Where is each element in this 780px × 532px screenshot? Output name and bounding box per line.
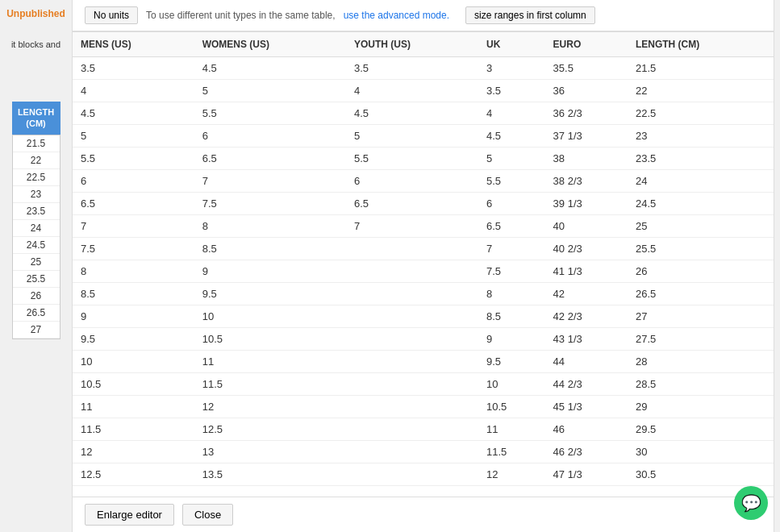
table-cell: 5 <box>346 125 478 148</box>
chat-bubble-button[interactable]: 💬 <box>734 486 768 520</box>
chat-icon: 💬 <box>741 493 761 513</box>
table-row: 5654.537 1/323 <box>73 125 774 148</box>
table-cell: 7.5 <box>194 193 346 215</box>
table-cell <box>346 283 478 305</box>
table-cell: 10.5 <box>194 328 346 351</box>
table-cell: 4.5 <box>346 102 478 125</box>
right-border <box>774 0 780 532</box>
table-cell: 43 1/3 <box>545 328 628 351</box>
table-cell: 38 2/3 <box>545 170 628 193</box>
table-column-header: YOUTH (US) <box>346 32 478 57</box>
table-column-header: UK <box>478 32 545 57</box>
table-cell: 7.5 <box>73 238 194 260</box>
no-units-button[interactable]: No units <box>85 6 138 24</box>
table-column-header: EURO <box>545 32 628 57</box>
table-row: 111210.545 1/329 <box>73 396 774 418</box>
table-column-header: MENS (US) <box>73 32 194 57</box>
table-row: 7876.54025 <box>73 215 774 238</box>
table-cell: 8.5 <box>73 283 194 305</box>
table-cell: 9 <box>194 260 346 283</box>
table-row: 10119.54428 <box>73 351 774 373</box>
sidebar-cm-value: 23 <box>13 186 60 203</box>
table-cell: 9 <box>73 305 194 328</box>
table-cell: 12 <box>73 441 194 463</box>
table-cell: 8.5 <box>478 305 545 328</box>
sidebar-cm-value: 27 <box>13 322 60 339</box>
table-cell: 46 2/3 <box>545 441 628 463</box>
main-content: No units To use different unit types in … <box>73 0 774 532</box>
bottom-bar: Enlarge editor Close <box>73 497 774 532</box>
top-bar: No units To use different unit types in … <box>73 0 774 31</box>
unpublished-label: Unpublished <box>6 8 65 19</box>
table-cell: 11.5 <box>478 441 545 463</box>
length-label: LENGTH(CM) <box>12 102 60 135</box>
table-cell: 40 2/3 <box>545 238 628 260</box>
instruction-text: To use different unit types in the same … <box>146 10 336 21</box>
table-cell: 4 <box>478 102 545 125</box>
sidebar-cm-value: 25.5 <box>13 271 60 288</box>
table-cell: 8 <box>73 260 194 283</box>
table-cell: 44 2/3 <box>545 373 628 396</box>
table-column-header: WOMENS (US) <box>194 32 346 57</box>
table-cell: 6 <box>194 125 346 148</box>
cm-values-list: 21.52222.52323.52424.52525.52626.527 <box>12 135 60 339</box>
table-cell: 46 <box>545 418 628 441</box>
table-cell: 5 <box>73 125 194 148</box>
table-cell <box>346 238 478 260</box>
sidebar-cm-value: 22.5 <box>13 169 60 186</box>
table-cell <box>346 328 478 351</box>
sidebar-cm-value: 24 <box>13 220 60 237</box>
table-cell: 5.5 <box>346 148 478 170</box>
table-cell: 9.5 <box>478 351 545 373</box>
table-row: 12.513.51247 1/330.5 <box>73 463 774 486</box>
table-cell: 6.5 <box>73 193 194 215</box>
table-cell: 35.5 <box>545 57 628 80</box>
table-cell <box>346 260 478 283</box>
table-cell: 44 <box>545 351 628 373</box>
table-cell: 7.5 <box>478 260 545 283</box>
sidebar-cm-value: 22 <box>13 152 60 169</box>
table-cell: 12.5 <box>194 418 346 441</box>
table-cell <box>346 305 478 328</box>
table-cell: 3.5 <box>346 57 478 80</box>
table-header-row: MENS (US)WOMENS (US)YOUTH (US)UKEUROLENG… <box>73 32 774 57</box>
table-cell: 21.5 <box>628 57 774 80</box>
sidebar: Unpublished it blocks and LENGTH(CM) 21.… <box>0 0 73 532</box>
table-cell: 4.5 <box>194 57 346 80</box>
table-cell: 45 1/3 <box>545 396 628 418</box>
table-cell: 5.5 <box>478 170 545 193</box>
table-cell: 8 <box>194 215 346 238</box>
enlarge-editor-button[interactable]: Enlarge editor <box>85 504 174 526</box>
table-cell: 30 <box>628 441 774 463</box>
sidebar-cm-value: 26 <box>13 288 60 305</box>
table-cell: 5.5 <box>73 148 194 170</box>
close-button[interactable]: Close <box>182 504 233 526</box>
table-cell: 10 <box>194 305 346 328</box>
table-cell: 4.5 <box>478 125 545 148</box>
table-cell: 4.5 <box>73 102 194 125</box>
table-container: MENS (US)WOMENS (US)YOUTH (US)UKEUROLENG… <box>73 31 774 497</box>
table-cell: 9.5 <box>194 283 346 305</box>
table-cell: 7 <box>346 215 478 238</box>
table-cell: 6.5 <box>194 148 346 170</box>
table-cell: 47 1/3 <box>545 463 628 486</box>
table-cell: 22.5 <box>628 102 774 125</box>
size-ranges-button[interactable]: size ranges in first column <box>465 6 595 24</box>
table-row: 7.58.5740 2/325.5 <box>73 238 774 260</box>
table-cell: 10.5 <box>478 396 545 418</box>
table-cell: 11 <box>73 396 194 418</box>
table-row: 121311.546 2/330 <box>73 441 774 463</box>
table-cell <box>346 463 478 486</box>
table-cell: 3.5 <box>73 57 194 80</box>
table-row: 3.54.53.5335.521.5 <box>73 57 774 80</box>
table-row: 9.510.5943 1/327.5 <box>73 328 774 351</box>
table-cell: 9 <box>478 328 545 351</box>
table-cell: 24 <box>628 170 774 193</box>
table-cell: 42 2/3 <box>545 305 628 328</box>
table-cell: 28 <box>628 351 774 373</box>
advanced-mode-link[interactable]: use the advanced mode. <box>344 10 449 21</box>
table-cell: 3.5 <box>478 80 545 102</box>
sidebar-cm-value: 21.5 <box>13 135 60 152</box>
table-cell: 6 <box>73 170 194 193</box>
table-column-header: LENGTH (CM) <box>628 32 774 57</box>
